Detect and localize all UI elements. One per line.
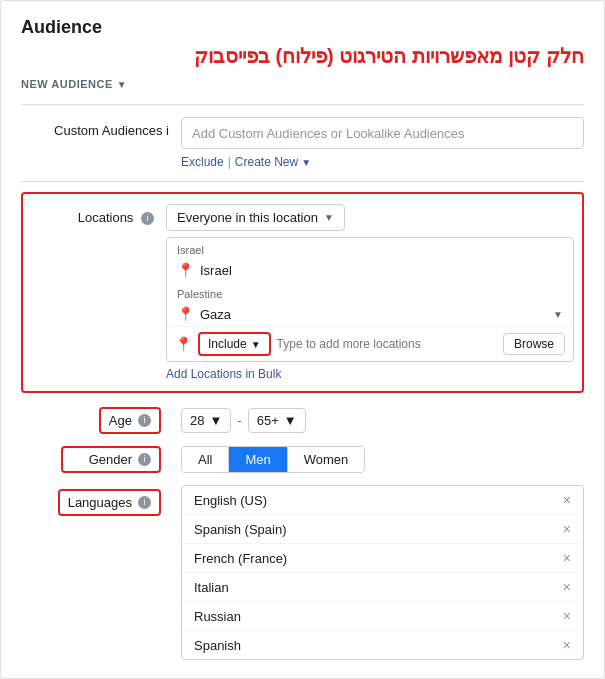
age-label-area: Age i [21,407,181,434]
locations-section: Locations i Everyone in this location ▼ … [21,192,584,393]
browse-button[interactable]: Browse [503,333,565,355]
age-label: Age [109,413,132,428]
browse-label: Browse [514,337,554,351]
age-info-icon[interactable]: i [138,414,151,427]
add-location-input[interactable] [277,335,497,353]
custom-audiences-row: Custom Audiences i Exclude | Create New … [21,117,584,169]
gender-section: Gender i All Men Women [21,446,584,473]
pin-icon-israel: 📍 [177,262,194,278]
custom-audiences-label: Custom Audiences [54,123,162,138]
languages-info-icon[interactable]: i [138,496,151,509]
gender-all-button[interactable]: All [182,447,229,472]
language-name-italian: Italian [194,580,229,595]
new-audience-label: NEW AUDIENCE [21,78,113,90]
location-item-gaza[interactable]: 📍 Gaza ▼ [167,302,573,326]
location-group-palestine: Palestine [167,282,573,302]
locations-info-icon[interactable]: i [141,212,154,225]
gender-women-button[interactable]: Women [288,447,365,472]
language-item-spanish: Spanish × [182,631,583,659]
audience-card: Audience חלק קטן מאפשרויות הטירגוט (פילו… [0,0,605,679]
pipe-divider: | [228,155,231,169]
locations-list-box: Israel 📍 Israel Palestine 📍 Gaza ▼ [166,237,574,362]
include-chevron: ▼ [251,339,261,350]
age-min-chevron: ▼ [209,413,222,428]
age-min-dropdown[interactable]: 28 ▼ [181,408,231,433]
create-new-chevron: ▼ [301,157,311,168]
exclude-create-row: Exclude | Create New ▼ [181,155,584,169]
custom-audiences-info-icon[interactable]: i [166,123,169,138]
language-name-spanish-spain: Spanish (Spain) [194,522,287,537]
language-item-russian: Russian × [182,602,583,631]
locations-inner: Locations i Everyone in this location ▼ … [31,204,574,381]
custom-audiences-input[interactable] [181,117,584,149]
language-item-french: French (France) × [182,544,583,573]
age-max-value: 65+ [257,413,279,428]
language-remove-spanish-spain[interactable]: × [563,521,571,537]
include-pin-icon: 📍 [175,336,192,352]
custom-audiences-content: Exclude | Create New ▼ [181,117,584,169]
age-min-value: 28 [190,413,204,428]
language-item-spanish-spain: Spanish (Spain) × [182,515,583,544]
languages-section: Languages i English (US) × Spanish (Spai… [21,485,584,660]
custom-audiences-label-col: Custom Audiences i [21,117,181,138]
age-max-chevron: ▼ [284,413,297,428]
new-audience-chevron[interactable]: ▼ [117,79,127,90]
location-group-israel: Israel [167,238,573,258]
language-remove-russian[interactable]: × [563,608,571,624]
language-name-spanish: Spanish [194,638,241,653]
language-name-russian: Russian [194,609,241,624]
location-name-israel: Israel [200,263,563,278]
language-remove-french[interactable]: × [563,550,571,566]
locations-label-col: Locations i [31,204,166,225]
locations-scroll-area[interactable]: Israel 📍 Israel Palestine 📍 Gaza ▼ [167,238,573,326]
add-bulk-link[interactable]: Add Locations in Bulk [166,367,281,381]
gender-info-icon[interactable]: i [138,453,151,466]
language-name-french: French (France) [194,551,287,566]
exclude-link[interactable]: Exclude [181,155,224,169]
location-dropdown-chevron: ▼ [324,212,334,223]
gender-label-wrap: Gender i [61,446,161,473]
pin-icon-gaza: 📍 [177,306,194,322]
hebrew-subtitle: חלק קטן מאפשרויות הטירגוט (פילוח) בפייסב… [21,44,584,68]
location-type-value: Everyone in this location [177,210,318,225]
age-max-dropdown[interactable]: 65+ ▼ [248,408,306,433]
location-type-dropdown[interactable]: Everyone in this location ▼ [166,204,345,231]
age-section: Age i 28 ▼ - 65+ ▼ [21,407,584,434]
languages-list: English (US) × Spanish (Spain) × French … [181,485,584,660]
top-divider [21,104,584,105]
create-new-label: Create New [235,155,298,169]
include-add-row: 📍 Include ▼ Browse [167,326,573,361]
locations-label: Locations [78,210,134,225]
gender-button-group: All Men Women [181,446,365,473]
new-audience-row[interactable]: NEW AUDIENCE ▼ [21,78,584,90]
gender-men-button[interactable]: Men [229,447,287,472]
languages-label-wrap: Languages i [58,489,161,516]
age-dash: - [237,413,241,428]
location-name-gaza: Gaza [200,307,547,322]
create-new-button[interactable]: Create New ▼ [235,155,311,169]
location-item-israel[interactable]: 📍 Israel [167,258,573,282]
section-divider-1 [21,181,584,182]
age-controls: 28 ▼ - 65+ ▼ [181,408,312,433]
language-item-italian: Italian × [182,573,583,602]
gender-label: Gender [89,452,132,467]
include-label: Include [208,337,247,351]
gender-label-area: Gender i [21,446,181,473]
locations-content: Everyone in this location ▼ Israel 📍 Isr… [166,204,574,381]
language-remove-spanish[interactable]: × [563,637,571,653]
include-dropdown-button[interactable]: Include ▼ [198,332,271,356]
languages-label-area: Languages i [21,487,181,516]
language-remove-italian[interactable]: × [563,579,571,595]
language-remove-english[interactable]: × [563,492,571,508]
age-label-wrap: Age i [99,407,161,434]
languages-label: Languages [68,495,132,510]
card-title: Audience [21,17,584,38]
language-item-english: English (US) × [182,486,583,515]
gaza-chevron[interactable]: ▼ [553,309,563,320]
language-name-english: English (US) [194,493,267,508]
